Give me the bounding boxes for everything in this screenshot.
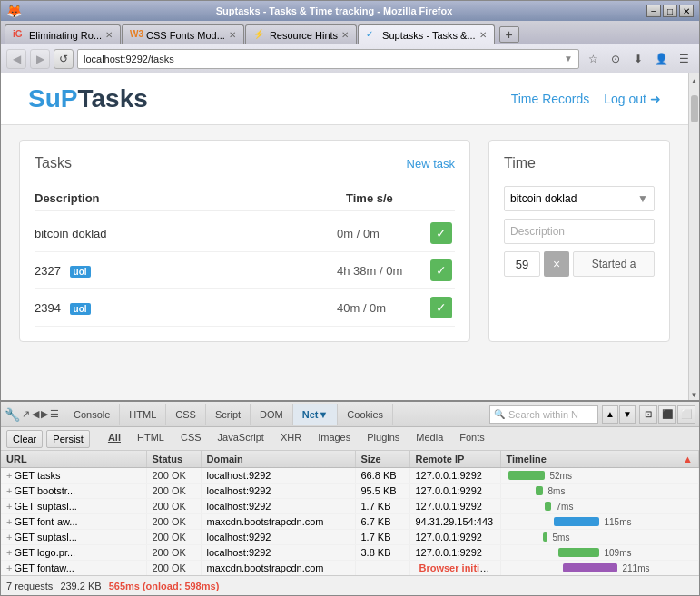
table-row[interactable]: +GET bootstr... 200 OK localhost:9292 95…: [1, 484, 699, 499]
cell-timeline: 52ms: [500, 468, 699, 484]
logout-link[interactable]: Log out ➜: [604, 92, 661, 106]
reload-button[interactable]: ↺: [54, 49, 74, 69]
devtools-btn-1[interactable]: ⊡: [639, 405, 657, 424]
task-complete-button-3[interactable]: ✓: [430, 297, 452, 318]
filter-tab-xhr[interactable]: XHR: [273, 430, 309, 448]
tab-favicon-w3: W3: [130, 29, 143, 42]
filter-tab-fonts[interactable]: Fonts: [452, 430, 492, 448]
started-button[interactable]: Started a: [573, 251, 655, 277]
restore-button[interactable]: □: [663, 5, 677, 17]
devtools-tab-html[interactable]: HTML: [120, 404, 166, 425]
url-bar[interactable]: localhost:9292/tasks ▼: [77, 49, 579, 69]
table-row[interactable]: +GET font-aw... 200 OK maxcdn.bootstrapc…: [1, 514, 699, 530]
cell-size: 3.8 KB: [355, 545, 409, 561]
tab-close-2[interactable]: ✕: [229, 30, 236, 40]
minimize-button[interactable]: −: [646, 5, 661, 17]
description-input[interactable]: Description: [504, 219, 655, 244]
download-icon[interactable]: ⬇: [628, 49, 648, 69]
tab-suptasks[interactable]: ✓ Suptasks - Tasks &... ✕: [358, 24, 495, 44]
table-row: 2327 uol 4h 38m / 0m ✓: [35, 252, 455, 289]
task-selector-value: bitcoin doklad: [510, 192, 577, 205]
filter-tab-images[interactable]: Images: [311, 430, 358, 448]
tab-bar: iG Eliminating Ro... ✕ W3 CSS Fonts Mod.…: [1, 21, 699, 44]
table-row: bitcoin doklad 0m / 0m ✓: [35, 215, 455, 252]
time-clear-button[interactable]: ×: [544, 251, 569, 277]
time-controls: 59 × Started a: [504, 251, 655, 277]
table-row[interactable]: +GET tasks 200 OK localhost:9292 66.8 KB…: [1, 468, 699, 484]
new-tab-button[interactable]: +: [499, 26, 519, 43]
app-header: SuPTasks Time Records Log out ➜: [1, 73, 688, 125]
devtools-icon[interactable]: 🔧: [5, 407, 20, 422]
devtools-tab-script[interactable]: Script: [206, 404, 251, 425]
scroll-up-icon[interactable]: ▲: [690, 75, 699, 86]
col-url-header: URL: [1, 451, 146, 468]
tab-close-3[interactable]: ✕: [341, 30, 349, 40]
task-time-2: 4h 38m / 0m: [337, 264, 428, 278]
search-prev-button[interactable]: ▲: [602, 405, 618, 424]
task-complete-button-1[interactable]: ✓: [430, 222, 452, 244]
task-complete-button-2[interactable]: ✓: [430, 259, 452, 281]
task-check-2: ✓: [428, 259, 455, 281]
table-row[interactable]: +GET suptasl... 200 OK localhost:9292 1.…: [1, 530, 699, 545]
scroll-down-icon[interactable]: ▼: [690, 389, 699, 400]
back-button[interactable]: ◀: [6, 49, 26, 69]
devtools-footer: 7 requests 239.2 KB 565ms (onload: 598ms…: [1, 575, 699, 595]
tab-resource-hints[interactable]: ⚡ Resource Hints ✕: [245, 24, 357, 44]
filter-tab-css[interactable]: CSS: [173, 430, 209, 448]
forward-button[interactable]: ▶: [30, 49, 50, 69]
task-selector[interactable]: bitcoin doklad ▼: [504, 186, 655, 211]
new-task-button[interactable]: New task: [407, 157, 455, 171]
task-time-3: 40m / 0m: [337, 301, 428, 315]
devtools-inspect-icon[interactable]: ↗: [22, 408, 30, 420]
filter-tab-all[interactable]: All: [101, 430, 128, 448]
close-button[interactable]: ✕: [679, 5, 694, 17]
cell-remote-ip: 127.0.0.1:9292: [409, 545, 500, 561]
task-name-3: 2394 uol: [35, 301, 337, 315]
time-records-link[interactable]: Time Records: [511, 92, 590, 106]
filter-tab-media[interactable]: Media: [409, 430, 450, 448]
col-timeline-header: Timeline ▲: [500, 451, 699, 468]
devtools-btn-2[interactable]: ⬛: [658, 405, 676, 424]
tab-eliminating[interactable]: iG Eliminating Ro... ✕: [5, 24, 121, 44]
tab-css-fonts[interactable]: W3 CSS Fonts Mod... ✕: [122, 24, 244, 44]
title-bar: 🦊 Suptasks - Tasks & Time tracking - Moz…: [1, 1, 699, 21]
devtools-btn-3[interactable]: ⬜: [677, 405, 695, 424]
menu-icon[interactable]: ☰: [674, 49, 694, 69]
clear-button[interactable]: Clear: [6, 430, 43, 448]
filter-tab-js[interactable]: JavaScript: [211, 430, 271, 448]
devtools-tab-css[interactable]: CSS: [166, 404, 206, 425]
search-next-button[interactable]: ▼: [619, 405, 636, 424]
tab-close-1[interactable]: ✕: [105, 30, 113, 40]
time-counter: 59: [504, 251, 540, 277]
devtools-forward-btn[interactable]: ▶: [41, 408, 48, 420]
user-icon[interactable]: 👤: [651, 49, 671, 69]
footer-size: 239.2 KB: [60, 581, 101, 591]
task-check-3: ✓: [428, 297, 455, 318]
devtools-tab-console[interactable]: Console: [64, 404, 120, 425]
cell-timeline: 109ms: [500, 545, 699, 561]
scroll-thumb[interactable]: [691, 95, 698, 122]
logout-arrow-icon: ➜: [650, 92, 661, 106]
tab-title-4: Suptasks - Tasks &...: [382, 30, 476, 41]
filter-tab-plugins[interactable]: Plugins: [360, 430, 407, 448]
cell-size: 95.5 KB: [355, 484, 409, 499]
tab-close-4[interactable]: ✕: [479, 30, 487, 40]
devtools-tab-net[interactable]: Net ▼: [293, 404, 339, 425]
table-row[interactable]: +GET suptasl... 200 OK localhost:9292 1.…: [1, 499, 699, 514]
filter-tab-html[interactable]: HTML: [130, 430, 172, 448]
devtools-search: 🔍 Search within N ▲ ▼ ⊡ ⬛ ⬜: [489, 405, 695, 424]
persist-button[interactable]: Persist: [46, 430, 90, 448]
logo-tasks: Tasks: [77, 84, 147, 112]
col-size-header: Size: [355, 451, 409, 468]
devtools-tab-dom[interactable]: DOM: [251, 404, 293, 425]
table-row[interactable]: +GET fontaw... 200 OK maxcdn.bootstrapcd…: [1, 561, 699, 576]
devtools-search-box[interactable]: 🔍 Search within N: [489, 405, 598, 424]
tab-title-2: CSS Fonts Mod...: [146, 30, 225, 41]
devtools-back-btn[interactable]: ◀: [32, 408, 39, 420]
bookmark-icon[interactable]: ☆: [583, 49, 603, 69]
history-icon[interactable]: ⊙: [606, 49, 626, 69]
time-panel: Time bitcoin doklad ▼ Description 59 × S…: [488, 140, 670, 342]
devtools-list-icon[interactable]: ☰: [50, 408, 59, 420]
devtools-tab-cookies[interactable]: Cookies: [338, 404, 393, 425]
table-row[interactable]: +GET logo.pr... 200 OK localhost:9292 3.…: [1, 545, 699, 561]
